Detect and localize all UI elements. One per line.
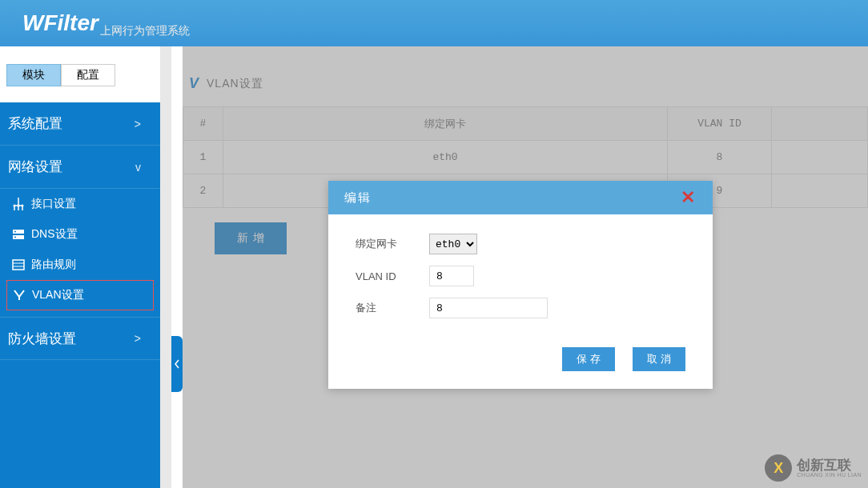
sidebar-item-interface[interactable]: 接口设置: [0, 189, 160, 219]
edit-modal: 编辑 ✕ 绑定网卡 eth0 VLAN ID 备注 保存 取消: [328, 181, 713, 389]
brand-name-en: CHUANG XIN HU LIAN: [797, 472, 862, 478]
brand-logo-icon: X: [765, 454, 792, 482]
sidebar-item-label: DNS设置: [31, 227, 78, 242]
sidebar-section-firewall[interactable]: 防火墙设置 >: [0, 317, 160, 360]
label-nic: 绑定网卡: [356, 237, 429, 251]
sidebar-item-label: VLAN设置: [32, 288, 84, 302]
sidebar-section-system[interactable]: 系统配置 >: [0, 102, 160, 146]
sidebar-item-route[interactable]: 路由规则: [0, 250, 160, 280]
label-remark: 备注: [356, 301, 429, 315]
sidebar-section-network[interactable]: 网络设置 v: [0, 146, 160, 189]
svg-point-0: [14, 205, 16, 207]
modal-title: 编辑: [344, 190, 372, 206]
sidebar: 模块 配置 系统配置 > 网络设置 v 接口设置 DNS设置: [0, 46, 171, 488]
remark-input[interactable]: [429, 298, 548, 318]
svg-point-5: [14, 231, 16, 233]
interface-icon: [12, 198, 25, 210]
svg-rect-7: [13, 260, 24, 270]
vlan-icon: [13, 289, 26, 302]
footer-brand-logo: X 创新互联 CHUANG XIN HU LIAN: [765, 454, 862, 482]
cancel-button[interactable]: 取消: [633, 347, 685, 371]
sidebar-scrollbar[interactable]: [160, 46, 171, 488]
svg-point-1: [18, 205, 20, 207]
app-header: WFilter 上网行为管理系统: [0, 0, 868, 46]
modal-body: 绑定网卡 eth0 VLAN ID 备注: [328, 214, 713, 341]
sidebar-item-label: 路由规则: [31, 258, 76, 272]
app-subtitle: 上网行为管理系统: [100, 24, 190, 38]
sidebar-section-label: 系统配置: [8, 114, 62, 133]
tab-module[interactable]: 模块: [6, 64, 61, 86]
svg-point-6: [14, 237, 16, 238]
route-icon: [12, 258, 25, 271]
chevron-right-icon: >: [135, 118, 141, 130]
close-icon[interactable]: ✕: [681, 187, 697, 208]
modal-header: 编辑 ✕: [328, 181, 713, 214]
svg-point-2: [22, 205, 24, 207]
save-button[interactable]: 保存: [562, 347, 615, 371]
sidebar-section-label: 防火墙设置: [8, 330, 76, 348]
brand-name-cn: 创新互联: [797, 458, 862, 472]
sidebar-section-label: 网络设置: [8, 158, 62, 176]
sidebar-item-vlan[interactable]: VLAN设置: [6, 280, 154, 310]
vlan-id-input[interactable]: [429, 266, 474, 286]
modal-footer: 保存 取消: [328, 341, 713, 389]
chevron-right-icon: >: [135, 332, 141, 345]
sidebar-collapse-handle[interactable]: [171, 336, 183, 392]
tab-config[interactable]: 配置: [61, 64, 115, 86]
app-title: WFilter: [22, 10, 98, 36]
sidebar-item-label: 接口设置: [31, 197, 76, 211]
nic-select[interactable]: eth0: [429, 234, 477, 254]
sidebar-item-dns[interactable]: DNS设置: [0, 219, 160, 250]
dns-icon: [12, 228, 25, 241]
chevron-down-icon: v: [135, 161, 141, 174]
label-vlan: VLAN ID: [356, 270, 429, 282]
sidebar-tabs: 模块 配置: [0, 46, 160, 102]
